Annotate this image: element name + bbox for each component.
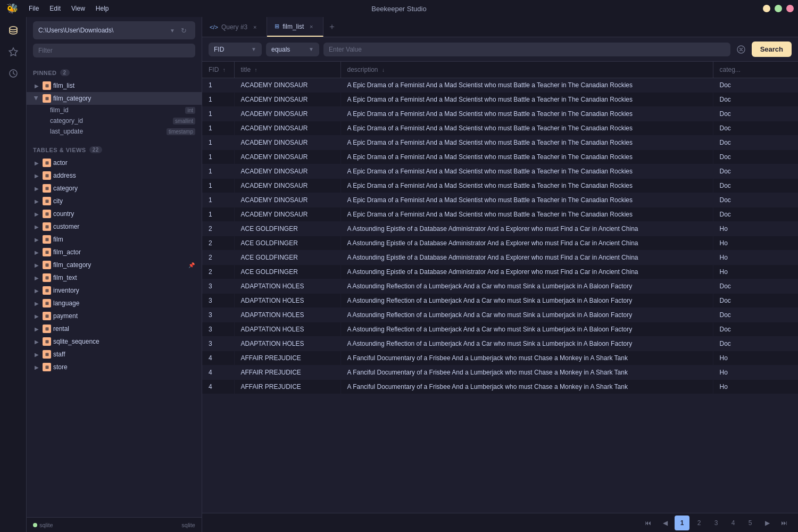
table-film-category-list[interactable]: ▶ ⊞ film_category 📌	[27, 259, 202, 271]
tree-arrow-icon: ▶	[33, 185, 40, 192]
table-row[interactable]: 1 ACADEMY DINOSAUR A Epic Drama of a Fem…	[202, 179, 798, 193]
table-row[interactable]: 1 ACADEMY DINOSAUR A Epic Drama of a Fem…	[202, 78, 798, 93]
table-row[interactable]: 4 AFFAIR PREJUDICE A Fanciful Documentar…	[202, 351, 798, 365]
close-button[interactable]: ×	[786, 5, 794, 12]
table-row[interactable]: 3 ADAPTATION HOLES A Astounding Reflecti…	[202, 322, 798, 337]
sort-icon: ↑	[255, 67, 257, 73]
table-row[interactable]: 1 ACADEMY DINOSAUR A Epic Drama of a Fem…	[202, 93, 798, 107]
table-row[interactable]: 3 ADAPTATION HOLES A Astounding Reflecti…	[202, 294, 798, 308]
table-film-actor[interactable]: ▶ ⊞ film_actor	[27, 246, 202, 259]
table-row[interactable]: 1 ACADEMY DINOSAUR A Epic Drama of a Fem…	[202, 207, 798, 222]
tab-query3[interactable]: </> Query #3 ×	[202, 17, 267, 37]
table-row[interactable]: 1 ACADEMY DINOSAUR A Epic Drama of a Fem…	[202, 164, 798, 179]
table-row[interactable]: 1 ACADEMY DINOSAUR A Epic Drama of a Fem…	[202, 121, 798, 136]
sidebar-nav-history[interactable]	[4, 64, 23, 83]
sidebar-nav-database[interactable]	[4, 21, 23, 40]
table-rental[interactable]: ▶ ⊞ rental	[27, 322, 202, 335]
pinned-film-list[interactable]: ▶ ⊞ film_list ×	[27, 79, 202, 92]
cell-fid: 4	[202, 380, 234, 394]
table-inventory[interactable]: ▶ ⊞ inventory	[27, 284, 202, 297]
table-row[interactable]: 2 ACE GOLDFINGER A Astounding Epistle of…	[202, 236, 798, 251]
pagination-page-5[interactable]: 5	[743, 516, 758, 530]
table-row[interactable]: 1 ACADEMY DINOSAUR A Epic Drama of a Fem…	[202, 136, 798, 150]
status-dot-icon	[33, 523, 37, 527]
cell-description: A Astounding Reflection of a Lumberjack …	[340, 308, 713, 322]
table-actor[interactable]: ▶ ⊞ actor	[27, 156, 202, 169]
table-address[interactable]: ▶ ⊞ address	[27, 169, 202, 182]
pinned-film-category[interactable]: ▶ ⊞ film_category ×	[27, 92, 202, 105]
column-header-title[interactable]: title ↑	[234, 62, 340, 78]
table-category[interactable]: ▶ ⊞ category	[27, 182, 202, 195]
table-city[interactable]: ▶ ⊞ city	[27, 195, 202, 207]
refresh-button[interactable]: ↻	[177, 24, 190, 37]
pin-icon: 📌	[188, 261, 195, 269]
table-film-text[interactable]: ▶ ⊞ film_text	[27, 271, 202, 284]
pagination-prev-button[interactable]: ◀	[658, 516, 672, 530]
minimize-button[interactable]: −	[763, 5, 770, 12]
column-last-update[interactable]: last_update timestamp	[27, 126, 202, 137]
table-store[interactable]: ▶ ⊞ store	[27, 361, 202, 373]
cell-fid: 1	[202, 107, 234, 121]
menu-edit[interactable]: Edit	[45, 3, 65, 14]
tree-arrow-icon: ▶	[33, 210, 40, 218]
pagination-next-button[interactable]: ▶	[760, 516, 775, 530]
path-selector[interactable]: C:\Users\User\Downloads\ ▼ ↻	[33, 21, 195, 39]
cell-category: Doc	[713, 150, 798, 164]
tab-close-icon[interactable]: ×	[307, 22, 315, 31]
table-film[interactable]: ▶ ⊞ film	[27, 233, 202, 246]
tree-arrow-icon: ▶	[33, 172, 40, 179]
pagination-page-4[interactable]: 4	[726, 516, 741, 530]
cell-description: A Fanciful Documentary of a Frisbee And …	[340, 365, 713, 380]
table-row[interactable]: 4 AFFAIR PREJUDICE A Fanciful Documentar…	[202, 380, 798, 394]
table-row[interactable]: 2 ACE GOLDFINGER A Astounding Epistle of…	[202, 265, 798, 279]
table-country[interactable]: ▶ ⊞ country	[27, 207, 202, 220]
maximize-button[interactable]: □	[775, 5, 782, 12]
menu-view[interactable]: View	[67, 3, 89, 14]
tab-close-icon[interactable]: ×	[251, 23, 259, 31]
cell-fid: 1	[202, 78, 234, 93]
search-button[interactable]: Search	[752, 41, 792, 57]
tab-add-button[interactable]: ＋	[323, 17, 340, 37]
pagination-page-3[interactable]: 3	[709, 516, 724, 530]
table-row[interactable]: 4 AFFAIR PREJUDICE A Fanciful Documentar…	[202, 365, 798, 380]
cell-fid: 3	[202, 322, 234, 337]
svg-point-0	[10, 27, 17, 30]
table-row[interactable]: 1 ACADEMY DINOSAUR A Epic Drama of a Fem…	[202, 193, 798, 207]
tab-film-list[interactable]: ⊞ film_list ×	[267, 17, 323, 37]
sidebar-nav-favorites[interactable]	[4, 43, 23, 62]
table-staff[interactable]: ▶ ⊞ staff	[27, 348, 202, 361]
table-sqlite-sequence[interactable]: ▶ ⊞ sqlite_sequence	[27, 335, 202, 348]
table-row[interactable]: 2 ACE GOLDFINGER A Astounding Epistle of…	[202, 222, 798, 236]
column-film-id[interactable]: film_id int	[27, 105, 202, 115]
table-row[interactable]: 3 ADAPTATION HOLES A Astounding Reflecti…	[202, 279, 798, 294]
tree-arrow-icon: ▶	[33, 325, 40, 332]
menu-file[interactable]: File	[24, 3, 43, 14]
field-dropdown[interactable]: FID ▼	[209, 43, 262, 56]
data-grid[interactable]: FID ↑ title ↑ description ↓ categ... 1 A…	[202, 62, 798, 513]
table-row[interactable]: 2 ACE GOLDFINGER A Astounding Epistle of…	[202, 251, 798, 265]
cell-category: Ho	[713, 222, 798, 236]
table-row[interactable]: 3 ADAPTATION HOLES A Astounding Reflecti…	[202, 308, 798, 322]
pagination-first-button[interactable]: ⏮	[641, 516, 655, 530]
table-language[interactable]: ▶ ⊞ language	[27, 297, 202, 310]
cell-fid: 2	[202, 236, 234, 251]
column-header-fid[interactable]: FID ↑	[202, 62, 234, 78]
filter-value-input[interactable]	[323, 43, 730, 56]
filter-input[interactable]	[33, 44, 195, 57]
table-row[interactable]: 1 ACADEMY DINOSAUR A Epic Drama of a Fem…	[202, 150, 798, 164]
app-body: C:\Users\User\Downloads\ ▼ ↻ PINNED 2 ▶ …	[0, 17, 798, 532]
pagination-last-button[interactable]: ⏭	[777, 516, 792, 530]
table-payment[interactable]: ▶ ⊞ payment	[27, 310, 202, 322]
column-category-id[interactable]: category_id smallint	[27, 115, 202, 126]
pagination-page-2[interactable]: 2	[692, 516, 706, 530]
table-row[interactable]: 3 ADAPTATION HOLES A Astounding Reflecti…	[202, 337, 798, 351]
column-header-category[interactable]: categ...	[713, 62, 798, 78]
filter-clear-button[interactable]	[735, 43, 747, 56]
column-header-description[interactable]: description ↓	[340, 62, 713, 78]
operator-dropdown[interactable]: equals ▼	[266, 43, 319, 56]
cell-description: A Astounding Reflection of a Lumberjack …	[340, 337, 713, 351]
table-customer[interactable]: ▶ ⊞ customer	[27, 220, 202, 233]
pagination-page-1[interactable]: 1	[675, 516, 689, 530]
table-row[interactable]: 1 ACADEMY DINOSAUR A Epic Drama of a Fem…	[202, 107, 798, 121]
menu-help[interactable]: Help	[92, 3, 113, 14]
